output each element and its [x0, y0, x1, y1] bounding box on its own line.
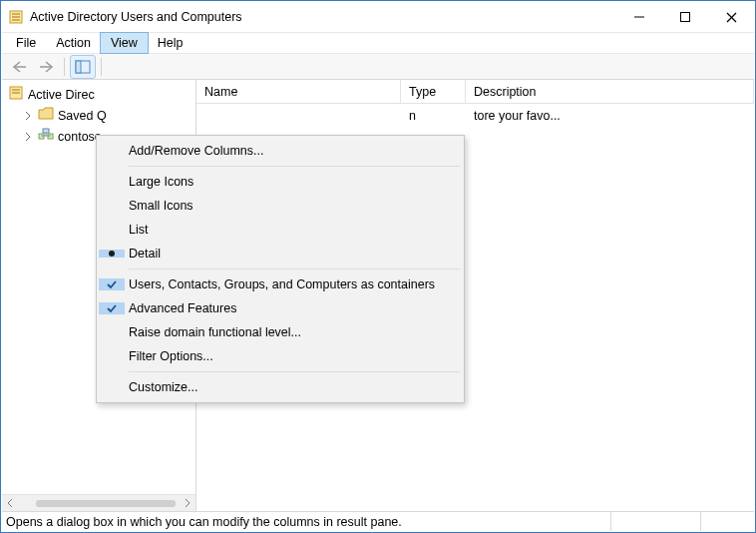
menu-label: Small Icons — [125, 199, 197, 213]
menu-advanced-features[interactable]: Advanced Features — [99, 296, 462, 320]
menu-label: Raise domain functional level... — [125, 325, 305, 339]
app-icon — [8, 9, 24, 25]
menu-detail[interactable]: Detail — [99, 242, 462, 266]
menu-separator — [129, 268, 460, 269]
scroll-left-icon[interactable] — [2, 499, 18, 507]
toolbar-separator — [101, 58, 102, 76]
back-button[interactable] — [8, 56, 32, 78]
status-text: Opens a dialog box in which you can modi… — [6, 515, 610, 529]
status-segment — [610, 512, 700, 531]
column-type[interactable]: Type — [401, 80, 466, 103]
tree-saved-queries[interactable]: Saved Q — [8, 105, 195, 126]
column-name[interactable]: Name — [196, 80, 401, 103]
menu-label: Detail — [125, 247, 165, 261]
forward-button[interactable] — [34, 56, 58, 78]
column-description[interactable]: Description — [466, 80, 754, 103]
tree-horizontal-scrollbar[interactable] — [2, 494, 195, 511]
svg-rect-5 — [681, 13, 690, 22]
menu-view[interactable]: View — [101, 33, 148, 53]
cell-name — [196, 106, 401, 126]
menu-filter-options[interactable]: Filter Options... — [99, 344, 462, 368]
expand-icon[interactable] — [22, 131, 34, 143]
tree-root[interactable]: Active Direc — [8, 84, 195, 105]
menu-raise-domain[interactable]: Raise domain functional level... — [99, 320, 462, 344]
tree-saved-queries-label: Saved Q — [58, 109, 107, 123]
menu-label: Customize... — [125, 380, 201, 394]
close-button[interactable] — [708, 2, 754, 32]
menu-help[interactable]: Help — [148, 33, 193, 53]
menu-large-icons[interactable]: Large Icons — [99, 170, 462, 194]
domain-icon — [38, 128, 54, 145]
menu-label: Large Icons — [125, 175, 197, 189]
directory-icon — [8, 85, 24, 104]
menu-label: Filter Options... — [125, 349, 217, 363]
toolbar — [2, 54, 754, 80]
svg-point-20 — [109, 251, 115, 257]
scroll-right-icon[interactable] — [180, 495, 195, 511]
content-area: Active Direc Saved Q contoso — [2, 80, 754, 511]
status-segment — [700, 512, 750, 531]
cell-type: n — [401, 106, 466, 126]
svg-rect-17 — [43, 129, 49, 133]
window-title: Active Directory Users and Computers — [30, 10, 616, 24]
folder-icon — [38, 107, 54, 124]
titlebar: Active Directory Users and Computers — [2, 2, 754, 32]
app-window: Active Directory Users and Computers Fil… — [0, 0, 756, 533]
menu-users-contacts[interactable]: Users, Contacts, Groups, and Computers a… — [99, 272, 462, 296]
scrollbar-thumb[interactable] — [36, 500, 176, 507]
tree-root-label: Active Direc — [28, 88, 95, 102]
menu-action[interactable]: Action — [46, 33, 101, 53]
toolbar-separator — [64, 58, 65, 76]
check-icon — [99, 302, 125, 314]
show-hide-tree-button[interactable] — [71, 56, 95, 78]
cell-description: tore your favo... — [466, 106, 754, 126]
view-dropdown: Add/Remove Columns... Large Icons Small … — [96, 135, 465, 403]
menu-label: List — [125, 223, 152, 237]
list-row[interactable]: n tore your favo... — [196, 106, 754, 126]
window-controls — [616, 2, 754, 32]
menu-file[interactable]: File — [6, 33, 46, 53]
expand-icon[interactable] — [22, 110, 34, 122]
menu-separator — [129, 371, 460, 372]
menu-label: Advanced Features — [125, 301, 240, 315]
column-headers: Name Type Description — [196, 80, 754, 104]
svg-rect-11 — [76, 61, 81, 73]
menu-list[interactable]: List — [99, 218, 462, 242]
menu-label: Add/Remove Columns... — [125, 144, 267, 158]
menu-small-icons[interactable]: Small Icons — [99, 194, 462, 218]
minimize-button[interactable] — [616, 2, 662, 32]
maximize-button[interactable] — [662, 2, 708, 32]
menu-separator — [129, 166, 460, 167]
menubar: File Action View Help — [2, 32, 754, 54]
radio-selected-icon — [99, 250, 125, 258]
statusbar: Opens a dialog box in which you can modi… — [2, 511, 754, 531]
menu-customize[interactable]: Customize... — [99, 375, 462, 399]
menu-label: Users, Contacts, Groups, and Computers a… — [125, 277, 439, 291]
check-icon — [99, 278, 125, 290]
menu-add-remove-columns[interactable]: Add/Remove Columns... — [99, 139, 462, 163]
